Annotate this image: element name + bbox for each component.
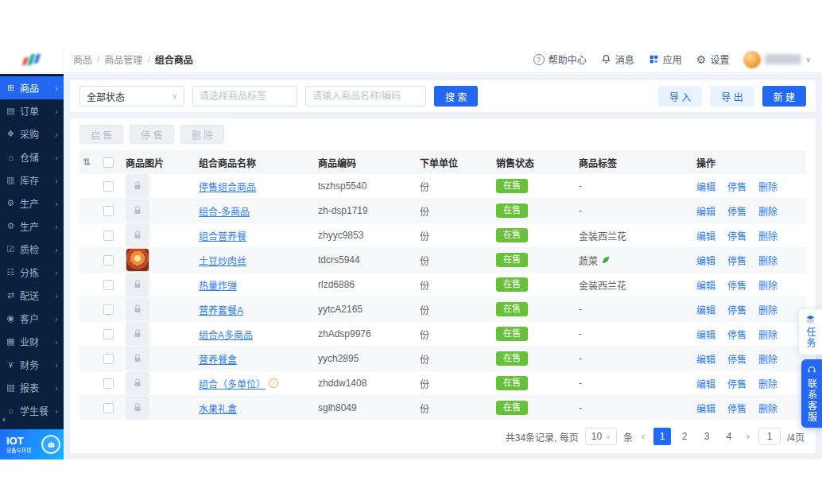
create-button[interactable]: 新 建 [762,86,806,107]
delete-link[interactable]: 删除 [758,377,777,390]
batch-delete-button[interactable]: 删 除 [180,125,224,144]
product-name-link[interactable]: 营养餐盒 [199,352,237,366]
row-checkbox[interactable] [103,181,114,192]
product-name-link[interactable]: 停售组合商品 [199,180,256,193]
breadcrumb-goods[interactable]: 商品 [73,52,92,66]
product-name-link[interactable]: 营养套餐A [199,303,243,316]
delete-link[interactable]: 删除 [758,254,777,267]
row-checkbox[interactable] [103,255,114,266]
sidebar-item-business-finance[interactable]: ▦业财› [0,330,64,353]
edit-link[interactable]: 编辑 [696,377,715,390]
chevron-right-icon: › [55,337,58,347]
page-button-3[interactable]: 3 [698,428,715,445]
app-logo[interactable] [0,46,64,72]
task-float-tab[interactable]: 任务 [798,308,822,355]
edit-link[interactable]: 编辑 [696,180,715,193]
edit-link[interactable]: 编辑 [696,254,715,267]
sidebar-item-delivery[interactable]: ⇄配送› [0,284,64,307]
row-checkbox[interactable] [103,280,114,290]
row-checkbox[interactable] [103,304,114,315]
sidebar-item-reports[interactable]: ▧报表› [0,376,64,399]
edit-link[interactable]: 编辑 [696,401,715,415]
col-actions: 操作 [696,156,803,169]
page-button-4[interactable]: 4 [720,428,738,445]
delete-link[interactable]: 删除 [758,204,777,218]
delete-link[interactable]: 删除 [758,303,777,316]
delete-link[interactable]: 删除 [758,352,777,366]
sidebar-item-customers[interactable]: ◉客户› [0,307,64,330]
sidebar-item-sorting[interactable]: ☷分拣› [0,261,64,284]
page-jump-input[interactable]: 1 [758,428,781,445]
edit-link[interactable]: 编辑 [696,328,715,341]
batch-enable-sale-button[interactable]: 启 售 [79,125,123,144]
row-checkbox[interactable] [103,403,114,413]
product-name-link[interactable]: 热量炸弹 [199,278,237,292]
select-all-checkbox[interactable] [103,157,114,168]
sidebar-item-finance[interactable]: ¥财务› [0,353,64,376]
product-name-link[interactable]: 组合（多单位） [199,377,266,390]
product-name-link[interactable]: 土豆炒肉丝 [199,254,246,267]
edit-link[interactable]: 编辑 [696,303,715,316]
sidebar-collapse-icon[interactable]: ‹ [2,414,6,424]
user-menu[interactable]: ∨ [743,51,811,68]
stop-sale-link[interactable]: 停售 [727,303,746,316]
stop-sale-link[interactable]: 停售 [727,180,746,193]
row-checkbox[interactable] [103,231,114,241]
sidebar-item-production-1[interactable]: ⚙生产› [0,192,64,215]
delete-link[interactable]: 删除 [758,180,777,193]
row-checkbox[interactable] [103,378,114,389]
page-button-2[interactable]: 2 [676,428,693,445]
robot-assistant-icon[interactable] [41,435,60,454]
row-checkbox[interactable] [103,329,114,339]
settings-button[interactable]: ⚙ 设置 [696,52,730,66]
stop-sale-link[interactable]: 停售 [727,278,746,292]
sidebar-item-orders[interactable]: ▤订单› [0,99,64,122]
delete-link[interactable]: 删除 [758,401,777,415]
prev-page-button[interactable]: ‹ [639,431,647,442]
stop-sale-link[interactable]: 停售 [727,352,746,366]
sidebar-item-production-2[interactable]: ⚙生产› [0,215,64,238]
sidebar-item-quality-check[interactable]: ☑质检› [0,238,64,261]
batch-stop-sale-button[interactable]: 停 售 [130,125,173,144]
import-button[interactable]: 导 入 [658,86,702,107]
messages-button[interactable]: 消息 [601,52,634,66]
breadcrumb-goods-management[interactable]: 商品管理 [104,52,142,66]
sidebar-item-student-meal[interactable]: ○学生餐› [0,399,64,422]
product-name-link[interactable]: 水果礼盒 [199,401,237,415]
sidebar-item-warehouse[interactable]: ⌂仓储› [0,145,64,169]
edit-link[interactable]: 编辑 [696,229,715,242]
row-checkbox[interactable] [103,206,114,216]
page-button-1[interactable]: 1 [653,428,671,445]
stop-sale-link[interactable]: 停售 [727,229,746,242]
sort-drag-icon[interactable]: ⇅ [83,157,91,168]
stop-sale-link[interactable]: 停售 [727,401,746,415]
stop-sale-link[interactable]: 停售 [727,254,746,267]
help-center-button[interactable]: ? 帮助中心 [533,52,587,66]
delete-link[interactable]: 删除 [758,328,777,341]
row-checkbox[interactable] [103,354,114,364]
search-button[interactable]: 搜 索 [434,86,478,107]
delete-link[interactable]: 删除 [758,278,777,292]
export-button[interactable]: 导 出 [710,86,754,107]
delete-link[interactable]: 删除 [758,229,777,242]
apps-button[interactable]: 应用 [649,52,682,66]
next-page-button[interactable]: › [744,431,752,442]
sidebar-item-inventory[interactable]: ▥库存› [0,169,64,192]
product-name-link[interactable]: 组合A多商品 [199,328,253,341]
product-name-link[interactable]: 组合-多商品 [199,204,250,218]
edit-link[interactable]: 编辑 [696,204,715,218]
stop-sale-link[interactable]: 停售 [727,328,746,341]
stop-sale-link[interactable]: 停售 [727,204,746,218]
stop-sale-link[interactable]: 停售 [727,377,746,390]
page-size-select[interactable]: 10 ∨ [585,428,617,445]
product-name-link[interactable]: 组合营养餐 [199,229,246,242]
edit-link[interactable]: 编辑 [696,352,715,366]
status-filter-select[interactable]: 全部状态 ∨ [79,86,184,107]
sidebar-item-goods[interactable]: ⊞商品› [0,76,64,99]
tag-filter-input[interactable] [192,86,297,107]
sidebar-item-purchase[interactable]: ❖采购› [0,122,64,145]
chevron-right-icon: › [55,268,58,277]
keyword-filter-input[interactable] [305,86,426,107]
edit-link[interactable]: 编辑 [696,278,715,292]
customer-service-float-tab[interactable]: 联系客服 [801,359,822,428]
